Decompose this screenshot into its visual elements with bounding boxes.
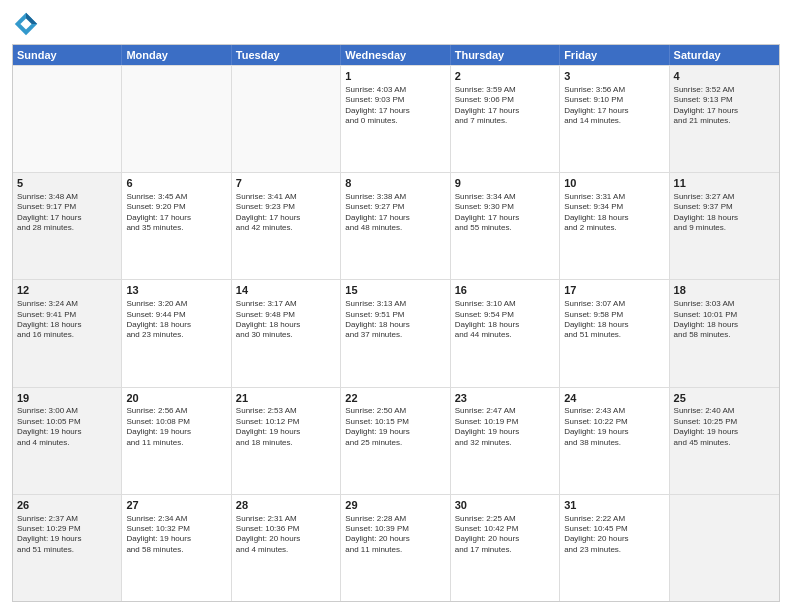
day-cell-18: 18Sunrise: 3:03 AM Sunset: 10:01 PM Dayl…: [670, 280, 779, 386]
day-cell-1: 1Sunrise: 4:03 AM Sunset: 9:03 PM Daylig…: [341, 66, 450, 172]
day-cell-3: 3Sunrise: 3:56 AM Sunset: 9:10 PM Daylig…: [560, 66, 669, 172]
day-cell-23: 23Sunrise: 2:47 AM Sunset: 10:19 PM Dayl…: [451, 388, 560, 494]
calendar-row-0: 1Sunrise: 4:03 AM Sunset: 9:03 PM Daylig…: [13, 65, 779, 172]
day-number: 2: [455, 69, 555, 84]
day-number: 27: [126, 498, 226, 513]
day-cell-17: 17Sunrise: 3:07 AM Sunset: 9:58 PM Dayli…: [560, 280, 669, 386]
day-number: 20: [126, 391, 226, 406]
day-info: Sunrise: 3:41 AM Sunset: 9:23 PM Dayligh…: [236, 192, 336, 234]
day-number: 26: [17, 498, 117, 513]
day-info: Sunrise: 2:31 AM Sunset: 10:36 PM Daylig…: [236, 514, 336, 556]
day-cell-12: 12Sunrise: 3:24 AM Sunset: 9:41 PM Dayli…: [13, 280, 122, 386]
day-info: Sunrise: 3:00 AM Sunset: 10:05 PM Daylig…: [17, 406, 117, 448]
day-info: Sunrise: 2:28 AM Sunset: 10:39 PM Daylig…: [345, 514, 445, 556]
day-number: 25: [674, 391, 775, 406]
day-cell-6: 6Sunrise: 3:45 AM Sunset: 9:20 PM Daylig…: [122, 173, 231, 279]
day-info: Sunrise: 2:53 AM Sunset: 10:12 PM Daylig…: [236, 406, 336, 448]
day-cell-8: 8Sunrise: 3:38 AM Sunset: 9:27 PM Daylig…: [341, 173, 450, 279]
day-info: Sunrise: 3:10 AM Sunset: 9:54 PM Dayligh…: [455, 299, 555, 341]
day-number: 16: [455, 283, 555, 298]
day-number: 13: [126, 283, 226, 298]
day-number: 12: [17, 283, 117, 298]
day-info: Sunrise: 2:43 AM Sunset: 10:22 PM Daylig…: [564, 406, 664, 448]
day-number: 23: [455, 391, 555, 406]
day-info: Sunrise: 3:03 AM Sunset: 10:01 PM Daylig…: [674, 299, 775, 341]
day-number: 28: [236, 498, 336, 513]
empty-cell: [13, 66, 122, 172]
day-info: Sunrise: 3:34 AM Sunset: 9:30 PM Dayligh…: [455, 192, 555, 234]
day-cell-19: 19Sunrise: 3:00 AM Sunset: 10:05 PM Dayl…: [13, 388, 122, 494]
day-header-tuesday: Tuesday: [232, 45, 341, 65]
day-cell-5: 5Sunrise: 3:48 AM Sunset: 9:17 PM Daylig…: [13, 173, 122, 279]
day-cell-16: 16Sunrise: 3:10 AM Sunset: 9:54 PM Dayli…: [451, 280, 560, 386]
day-info: Sunrise: 3:17 AM Sunset: 9:48 PM Dayligh…: [236, 299, 336, 341]
calendar-row-4: 26Sunrise: 2:37 AM Sunset: 10:29 PM Dayl…: [13, 494, 779, 601]
day-header-sunday: Sunday: [13, 45, 122, 65]
header: [12, 10, 780, 38]
page: SundayMondayTuesdayWednesdayThursdayFrid…: [0, 0, 792, 612]
day-info: Sunrise: 3:56 AM Sunset: 9:10 PM Dayligh…: [564, 85, 664, 127]
day-number: 22: [345, 391, 445, 406]
calendar: SundayMondayTuesdayWednesdayThursdayFrid…: [12, 44, 780, 602]
day-cell-9: 9Sunrise: 3:34 AM Sunset: 9:30 PM Daylig…: [451, 173, 560, 279]
day-number: 17: [564, 283, 664, 298]
day-cell-15: 15Sunrise: 3:13 AM Sunset: 9:51 PM Dayli…: [341, 280, 450, 386]
day-info: Sunrise: 2:47 AM Sunset: 10:19 PM Daylig…: [455, 406, 555, 448]
day-cell-31: 31Sunrise: 2:22 AM Sunset: 10:45 PM Dayl…: [560, 495, 669, 601]
day-cell-4: 4Sunrise: 3:52 AM Sunset: 9:13 PM Daylig…: [670, 66, 779, 172]
day-info: Sunrise: 3:31 AM Sunset: 9:34 PM Dayligh…: [564, 192, 664, 234]
day-info: Sunrise: 4:03 AM Sunset: 9:03 PM Dayligh…: [345, 85, 445, 127]
day-cell-27: 27Sunrise: 2:34 AM Sunset: 10:32 PM Dayl…: [122, 495, 231, 601]
empty-cell: [232, 66, 341, 172]
day-header-friday: Friday: [560, 45, 669, 65]
day-cell-28: 28Sunrise: 2:31 AM Sunset: 10:36 PM Dayl…: [232, 495, 341, 601]
day-number: 9: [455, 176, 555, 191]
day-info: Sunrise: 3:27 AM Sunset: 9:37 PM Dayligh…: [674, 192, 775, 234]
calendar-body: 1Sunrise: 4:03 AM Sunset: 9:03 PM Daylig…: [13, 65, 779, 601]
day-cell-20: 20Sunrise: 2:56 AM Sunset: 10:08 PM Dayl…: [122, 388, 231, 494]
day-number: 8: [345, 176, 445, 191]
day-header-wednesday: Wednesday: [341, 45, 450, 65]
empty-cell: [670, 495, 779, 601]
calendar-header: SundayMondayTuesdayWednesdayThursdayFrid…: [13, 45, 779, 65]
day-number: 14: [236, 283, 336, 298]
day-info: Sunrise: 3:07 AM Sunset: 9:58 PM Dayligh…: [564, 299, 664, 341]
day-info: Sunrise: 2:25 AM Sunset: 10:42 PM Daylig…: [455, 514, 555, 556]
calendar-row-3: 19Sunrise: 3:00 AM Sunset: 10:05 PM Dayl…: [13, 387, 779, 494]
day-info: Sunrise: 3:52 AM Sunset: 9:13 PM Dayligh…: [674, 85, 775, 127]
day-number: 3: [564, 69, 664, 84]
day-number: 24: [564, 391, 664, 406]
day-cell-26: 26Sunrise: 2:37 AM Sunset: 10:29 PM Dayl…: [13, 495, 122, 601]
day-info: Sunrise: 3:45 AM Sunset: 9:20 PM Dayligh…: [126, 192, 226, 234]
day-header-saturday: Saturday: [670, 45, 779, 65]
day-cell-7: 7Sunrise: 3:41 AM Sunset: 9:23 PM Daylig…: [232, 173, 341, 279]
day-info: Sunrise: 2:56 AM Sunset: 10:08 PM Daylig…: [126, 406, 226, 448]
day-cell-10: 10Sunrise: 3:31 AM Sunset: 9:34 PM Dayli…: [560, 173, 669, 279]
day-info: Sunrise: 3:59 AM Sunset: 9:06 PM Dayligh…: [455, 85, 555, 127]
day-cell-24: 24Sunrise: 2:43 AM Sunset: 10:22 PM Dayl…: [560, 388, 669, 494]
day-number: 21: [236, 391, 336, 406]
day-cell-14: 14Sunrise: 3:17 AM Sunset: 9:48 PM Dayli…: [232, 280, 341, 386]
empty-cell: [122, 66, 231, 172]
day-cell-13: 13Sunrise: 3:20 AM Sunset: 9:44 PM Dayli…: [122, 280, 231, 386]
calendar-row-1: 5Sunrise: 3:48 AM Sunset: 9:17 PM Daylig…: [13, 172, 779, 279]
day-number: 6: [126, 176, 226, 191]
day-cell-25: 25Sunrise: 2:40 AM Sunset: 10:25 PM Dayl…: [670, 388, 779, 494]
day-cell-22: 22Sunrise: 2:50 AM Sunset: 10:15 PM Dayl…: [341, 388, 450, 494]
day-number: 4: [674, 69, 775, 84]
day-info: Sunrise: 2:34 AM Sunset: 10:32 PM Daylig…: [126, 514, 226, 556]
day-info: Sunrise: 3:38 AM Sunset: 9:27 PM Dayligh…: [345, 192, 445, 234]
day-number: 11: [674, 176, 775, 191]
day-info: Sunrise: 2:50 AM Sunset: 10:15 PM Daylig…: [345, 406, 445, 448]
day-number: 30: [455, 498, 555, 513]
day-number: 19: [17, 391, 117, 406]
day-number: 10: [564, 176, 664, 191]
day-number: 15: [345, 283, 445, 298]
day-cell-2: 2Sunrise: 3:59 AM Sunset: 9:06 PM Daylig…: [451, 66, 560, 172]
logo-icon: [12, 10, 40, 38]
day-header-monday: Monday: [122, 45, 231, 65]
day-info: Sunrise: 2:40 AM Sunset: 10:25 PM Daylig…: [674, 406, 775, 448]
day-number: 7: [236, 176, 336, 191]
calendar-row-2: 12Sunrise: 3:24 AM Sunset: 9:41 PM Dayli…: [13, 279, 779, 386]
day-cell-29: 29Sunrise: 2:28 AM Sunset: 10:39 PM Dayl…: [341, 495, 450, 601]
